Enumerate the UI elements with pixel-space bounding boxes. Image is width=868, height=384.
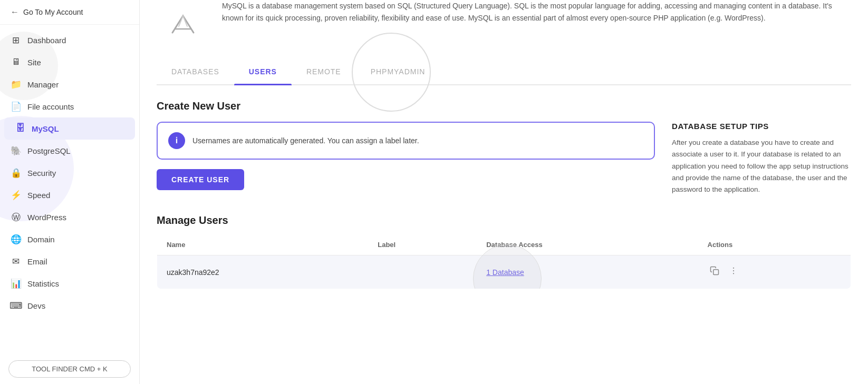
- main-tabs: DATABASES USERS REMOTE PHPMYADMIN: [157, 59, 851, 85]
- speed-icon: ⚡: [11, 190, 21, 200]
- db-setup-tips-text: After you create a database you have to …: [672, 137, 851, 195]
- username-info-text: Usernames are automatically generated. Y…: [192, 136, 419, 145]
- sidebar-item-label: Devs: [27, 301, 45, 310]
- sidebar: ← Go To My Account ⊞ Dashboard 🖥 Site 📁 …: [0, 0, 140, 384]
- create-new-user-heading: Create New User: [157, 100, 851, 112]
- copy-button[interactable]: [708, 264, 721, 280]
- users-table-header: Name Label Database Access Actions: [157, 234, 851, 255]
- sidebar-item-label: Security: [27, 169, 56, 178]
- mysql-logo-icon: [157, 0, 209, 53]
- svg-point-2: [732, 270, 734, 271]
- sidebar-item-security[interactable]: 🔒 Security: [0, 162, 139, 184]
- mysql-icon: 🗄: [15, 123, 25, 134]
- sidebar-item-label: Manager: [27, 80, 59, 89]
- table-row: uzak3h7na92e2 1 Database: [157, 255, 851, 289]
- create-user-section: i Usernames are automatically generated.…: [157, 122, 851, 195]
- sidebar-item-dashboard[interactable]: ⊞ Dashboard: [0, 29, 139, 51]
- sidebar-item-label: Dashboard: [27, 36, 66, 45]
- go-to-my-account-button[interactable]: ← Go To My Account: [0, 0, 139, 25]
- sidebar-item-label: Email: [27, 257, 47, 266]
- sidebar-item-domain[interactable]: 🌐 Domain: [0, 228, 139, 250]
- col-database-access: Database Access: [477, 234, 698, 255]
- sidebar-nav: ⊞ Dashboard 🖥 Site 📁 Manager 📄 File acco…: [0, 25, 139, 354]
- info-icon: i: [168, 132, 185, 149]
- domain-icon: 🌐: [11, 234, 21, 244]
- tab-databases[interactable]: DATABASES: [157, 59, 234, 84]
- tab-phpmyadmin[interactable]: PHPMYADMIN: [356, 59, 440, 84]
- security-icon: 🔒: [11, 168, 21, 178]
- database-access-link[interactable]: 1 Database: [486, 268, 524, 277]
- user-database-access-cell: 1 Database: [477, 255, 698, 289]
- dashboard-icon: ⊞: [11, 35, 21, 45]
- username-info-box: i Usernames are automatically generated.…: [157, 122, 655, 160]
- user-name-cell: uzak3h7na92e2: [157, 255, 369, 289]
- user-label-cell: [368, 255, 477, 289]
- page-header: MySQL is a database management system ba…: [157, 0, 851, 53]
- main-content: MySQL is a database management system ba…: [140, 0, 868, 384]
- tab-remote[interactable]: REMOTE: [292, 59, 356, 84]
- svg-point-3: [732, 273, 734, 274]
- users-table-body: uzak3h7na92e2 1 Database: [157, 255, 851, 289]
- sidebar-item-label: File accounts: [27, 102, 74, 111]
- sidebar-item-label: Statistics: [27, 279, 59, 288]
- database-setup-tips: DATABASE SETUP TIPS After you create a d…: [672, 122, 851, 195]
- col-label: Label: [368, 234, 477, 255]
- db-access-wrapper: 1 Database: [486, 268, 524, 277]
- db-setup-tips-heading: DATABASE SETUP TIPS: [672, 122, 851, 131]
- back-arrow-icon: ←: [11, 7, 19, 17]
- postgresql-icon: 🐘: [11, 145, 21, 156]
- sidebar-item-label: Domain: [27, 235, 55, 244]
- user-actions-cell: [698, 255, 851, 289]
- email-icon: ✉: [11, 256, 21, 267]
- sidebar-item-label: PostgreSQL: [27, 146, 71, 155]
- manager-icon: 📁: [11, 79, 21, 90]
- sidebar-item-email[interactable]: ✉ Email: [0, 250, 139, 272]
- sidebar-item-site[interactable]: 🖥 Site: [0, 51, 139, 73]
- sidebar-item-postgresql[interactable]: 🐘 PostgreSQL: [0, 140, 139, 162]
- svg-rect-0: [713, 270, 718, 275]
- tool-finder-button[interactable]: TOOL FINDER CMD + K: [8, 360, 131, 378]
- page-description: MySQL is a database management system ba…: [222, 0, 851, 24]
- sidebar-item-label: Site: [27, 58, 41, 67]
- sidebar-item-mysql[interactable]: 🗄 MySQL: [4, 117, 135, 140]
- wordpress-icon: Ⓦ: [11, 212, 21, 222]
- sidebar-item-speed[interactable]: ⚡ Speed: [0, 184, 139, 206]
- more-options-button[interactable]: [727, 264, 740, 280]
- create-user-form: i Usernames are automatically generated.…: [157, 122, 655, 195]
- actions-cell: [708, 264, 841, 280]
- tab-users[interactable]: USERS: [234, 59, 292, 84]
- sidebar-item-label: Speed: [27, 191, 50, 200]
- manage-users-heading: Manage Users: [157, 214, 851, 227]
- sidebar-item-file-accounts[interactable]: 📄 File accounts: [0, 95, 139, 117]
- go-to-account-label: Go To My Account: [23, 8, 83, 16]
- sidebar-item-label: WordPress: [27, 213, 66, 222]
- sidebar-item-label: MySQL: [32, 124, 59, 133]
- sidebar-item-devs[interactable]: ⌨ Devs: [0, 294, 139, 317]
- svg-point-1: [732, 268, 734, 269]
- site-icon: 🖥: [11, 57, 21, 67]
- devs-icon: ⌨: [11, 300, 21, 311]
- sidebar-item-wordpress[interactable]: Ⓦ WordPress: [0, 206, 139, 228]
- sidebar-item-manager[interactable]: 📁 Manager: [0, 73, 139, 95]
- col-name: Name: [157, 234, 369, 255]
- file-accounts-icon: 📄: [11, 101, 21, 112]
- create-user-button[interactable]: CREATE USER: [157, 169, 244, 190]
- users-table: Name Label Database Access Actions uzak3…: [157, 234, 851, 289]
- col-actions: Actions: [698, 234, 851, 255]
- sidebar-item-statistics[interactable]: 📊 Statistics: [0, 272, 139, 294]
- statistics-icon: 📊: [11, 278, 21, 289]
